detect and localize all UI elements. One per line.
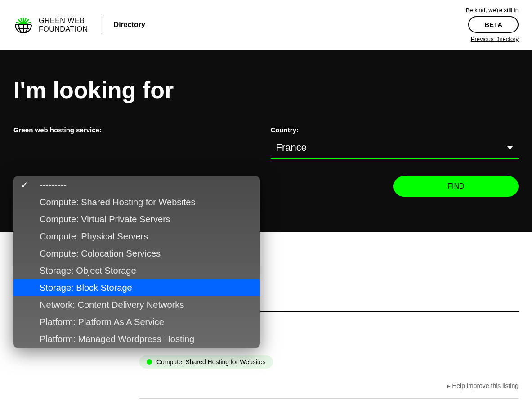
country-value: France — [276, 142, 307, 154]
directory-label[interactable]: Directory — [114, 21, 145, 29]
logo-text: GREEN WEB FOUNDATION — [39, 16, 88, 33]
tag-label: Compute: Shared Hosting for Websites — [156, 358, 266, 366]
chevron-down-icon — [507, 146, 513, 149]
header-right: Be kind, we're still in BETA Previous Di… — [466, 7, 519, 42]
help-improve-link[interactable]: Help improve this listing — [139, 382, 519, 389]
dropdown-item[interactable]: Compute: Colocation Services — [13, 245, 260, 262]
beta-notice-text: Be kind, we're still in — [466, 7, 519, 14]
service-dropdown-menu: ---------Compute: Shared Hosting for Web… — [13, 176, 260, 348]
green-web-logo-icon — [13, 15, 33, 35]
search-section: I'm looking for Green web hosting servic… — [0, 50, 532, 232]
header: GREEN WEB FOUNDATION Directory Be kind, … — [0, 0, 532, 50]
dropdown-item[interactable]: Compute: Physical Servers — [13, 228, 260, 245]
service-tag: Compute: Shared Hosting for Websites — [139, 355, 273, 369]
country-column: Country: France FIND — [271, 126, 519, 197]
dropdown-item[interactable]: Platform: Managed Wordpress Hosting — [13, 330, 260, 348]
dropdown-item[interactable]: Platform: Platform As A Service — [13, 313, 260, 330]
green-dot-icon — [147, 359, 152, 365]
logo[interactable]: GREEN WEB FOUNDATION — [13, 15, 88, 35]
header-divider — [101, 16, 101, 34]
find-button[interactable]: FIND — [393, 176, 519, 197]
dropdown-item[interactable]: Storage: Block Storage — [13, 279, 260, 296]
dropdown-item[interactable]: Compute: Virtual Private Servers — [13, 211, 260, 228]
country-select[interactable]: France — [271, 138, 519, 159]
dropdown-item[interactable]: Storage: Object Storage — [13, 262, 260, 279]
page-title: I'm looking for — [13, 77, 519, 104]
dropdown-item[interactable]: Network: Content Delivery Networks — [13, 296, 260, 313]
country-label: Country: — [271, 126, 519, 134]
previous-directory-link[interactable]: Previous Directory — [471, 36, 519, 42]
service-label: Green web hosting service: — [13, 126, 262, 134]
beta-badge[interactable]: BETA — [468, 16, 519, 33]
dropdown-item[interactable]: Compute: Shared Hosting for Websites — [13, 194, 260, 211]
dropdown-item[interactable]: --------- — [13, 176, 260, 194]
